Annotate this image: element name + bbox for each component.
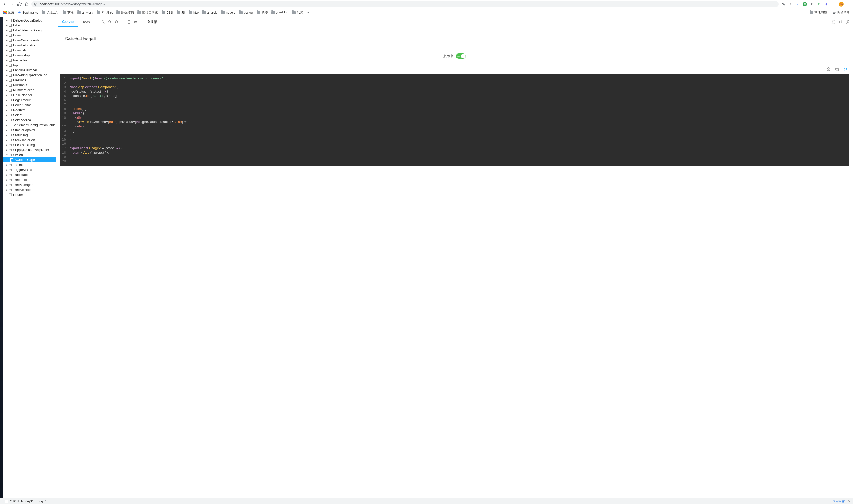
- bookmark-star-icon[interactable]: ☆: [788, 2, 793, 6]
- zoom-out-icon[interactable]: [107, 19, 113, 25]
- menu-icon[interactable]: ⋮: [846, 2, 851, 6]
- anchor-hash[interactable]: #: [94, 36, 96, 41]
- close-icon[interactable]: ✕: [848, 500, 850, 503]
- plus-icon: +: [9, 89, 12, 91]
- tree-item[interactable]: +Numberpicker: [3, 88, 56, 93]
- code-line: 19};: [59, 155, 849, 159]
- avatar-icon[interactable]: 🍔: [839, 2, 843, 6]
- tree-item-label: FormComponents: [13, 39, 39, 42]
- bookmarks-overflow-icon[interactable]: »: [306, 11, 310, 14]
- zoom-in-icon[interactable]: [100, 19, 106, 25]
- bookmark-folder[interactable]: android: [201, 9, 218, 16]
- tree-item[interactable]: +TreeSelector: [3, 187, 56, 192]
- plus-icon: +: [9, 104, 12, 106]
- tree-item[interactable]: +StatusTag: [3, 132, 56, 138]
- tree-item[interactable]: +SettlementConfigurationTable: [3, 123, 56, 127]
- bookmark-folder[interactable]: 数据结构: [115, 9, 135, 16]
- ext-icon-1[interactable]: ✔: [795, 2, 800, 6]
- tree-item[interactable]: +ImageText: [3, 58, 56, 63]
- bookmark-folder[interactable]: 装修: [256, 9, 269, 16]
- tree-item[interactable]: −Switch: [3, 152, 56, 157]
- code-line: 4 getStatus = (status) => {: [59, 89, 849, 94]
- tree-item[interactable]: +SupplyRelationshipRatio: [3, 147, 56, 152]
- tree-item[interactable]: +FormComponents: [3, 38, 56, 43]
- tree-item[interactable]: +PageLayout: [3, 97, 56, 103]
- fullscreen-icon[interactable]: [831, 19, 837, 25]
- tree-item-child[interactable]: Switch-Usage: [3, 157, 56, 162]
- tree-item[interactable]: +FormHelpExtra: [3, 43, 56, 48]
- copy-link-icon[interactable]: [845, 19, 850, 25]
- bookmark-folder[interactable]: docker: [238, 9, 254, 16]
- tree-item[interactable]: +ServiceArea: [3, 118, 56, 123]
- bookmarks-link[interactable]: ★Bookmarks: [17, 10, 39, 16]
- tree-item[interactable]: +Request: [3, 108, 56, 112]
- tree-item[interactable]: +SimplePopover: [3, 127, 56, 132]
- plus-icon: +: [9, 44, 12, 47]
- bookmark-folder[interactable]: iOS开发: [95, 9, 114, 16]
- tree-item[interactable]: +MarketingOperationLog: [3, 73, 56, 78]
- tree-item[interactable]: +Tablex: [3, 162, 56, 167]
- tree-item[interactable]: +Input: [3, 63, 56, 68]
- tree-item[interactable]: +OssUploader: [3, 93, 56, 97]
- nav-reload-icon[interactable]: [17, 2, 22, 7]
- tree-item[interactable]: +FilterSelectorDialog: [3, 28, 56, 33]
- bookmark-folder[interactable]: 前端自动化: [137, 9, 159, 16]
- tree-item[interactable]: +ToggleStatus: [3, 167, 56, 172]
- ext-icon-2[interactable]: m: [803, 2, 807, 6]
- zoom-reset-icon[interactable]: [114, 19, 120, 25]
- code-toggle-icon[interactable]: [843, 67, 848, 72]
- nav-back-icon[interactable]: [2, 2, 7, 7]
- other-bookmarks[interactable]: 其他书签: [809, 9, 828, 16]
- measure-icon[interactable]: [133, 19, 139, 25]
- switch-toggle[interactable]: on: [456, 54, 466, 59]
- chevron-up-icon[interactable]: ⌃: [45, 500, 47, 503]
- sidebar[interactable]: +DeliverGoodsDialog+Filter+FilterSelecto…: [3, 17, 56, 498]
- tree-item[interactable]: +DeliverGoodsDialog: [3, 18, 56, 23]
- tree-item[interactable]: Router: [3, 192, 56, 197]
- tree-item[interactable]: +Form: [3, 33, 56, 38]
- tree-item[interactable]: +TreeManager: [3, 182, 56, 187]
- nav-home-icon[interactable]: [24, 2, 29, 7]
- bookmark-folder[interactable]: CSS: [161, 9, 174, 16]
- tree-item[interactable]: +FormulaInput: [3, 53, 56, 58]
- tree-item[interactable]: +MultiInput: [3, 83, 56, 88]
- ext-icon-3[interactable]: 🛍: [810, 2, 814, 6]
- viewport-icon[interactable]: [126, 19, 132, 25]
- bookmark-folder[interactable]: 投资: [291, 9, 304, 16]
- tree-item[interactable]: +LandlineNumber: [3, 68, 56, 73]
- list-icon: [833, 11, 836, 14]
- info-icon: [34, 3, 37, 6]
- tree-item[interactable]: +StockTableEdit: [3, 138, 56, 142]
- bookmark-folder[interactable]: JS: [176, 9, 186, 16]
- open-new-tab-icon[interactable]: [838, 19, 843, 25]
- extensions-icon[interactable]: ✦: [832, 2, 836, 6]
- copy-icon[interactable]: [835, 67, 839, 72]
- bookmark-folder[interactable]: 大牛blog: [270, 9, 289, 16]
- bookmark-folder[interactable]: 前端: [61, 9, 75, 16]
- tree-item[interactable]: +SuccessDialog: [3, 142, 56, 147]
- ext-icon-5[interactable]: ◆: [824, 2, 829, 6]
- tab-canvas[interactable]: Canvas: [58, 17, 78, 27]
- tree-item[interactable]: +TreeField: [3, 177, 56, 182]
- tree-item[interactable]: +Message: [3, 78, 56, 83]
- tab-docs[interactable]: Docs: [78, 17, 94, 27]
- url-bar[interactable]: localhost:9001/?path=/story/switch--usag…: [32, 1, 779, 7]
- download-item[interactable]: O1CN01rxKAjN1….png ⌃: [3, 499, 49, 504]
- tree-item[interactable]: +Select: [3, 112, 56, 118]
- reading-list[interactable]: 阅读清单: [832, 9, 851, 16]
- bookmark-folder[interactable]: ali-work: [76, 9, 94, 16]
- tree-item[interactable]: +TradeTable: [3, 172, 56, 177]
- tree-item[interactable]: +FormTab: [3, 48, 56, 53]
- translate-icon[interactable]: [781, 2, 785, 6]
- tree-item[interactable]: +Filter: [3, 23, 56, 28]
- show-all-downloads[interactable]: 显示全部: [833, 499, 845, 503]
- apps-button[interactable]: 应用: [2, 9, 15, 16]
- version-dropdown[interactable]: 企业版: [145, 20, 163, 24]
- bookmark-folder[interactable]: 长征五号: [41, 9, 60, 16]
- box-icon[interactable]: [826, 67, 831, 72]
- tree-item[interactable]: +PowerEditor: [3, 103, 56, 108]
- nav-forward-icon[interactable]: [10, 2, 15, 7]
- ext-icon-4[interactable]: ⊞: [817, 2, 821, 6]
- bookmark-folder[interactable]: nodejs: [220, 9, 236, 16]
- bookmark-folder[interactable]: http: [188, 9, 200, 16]
